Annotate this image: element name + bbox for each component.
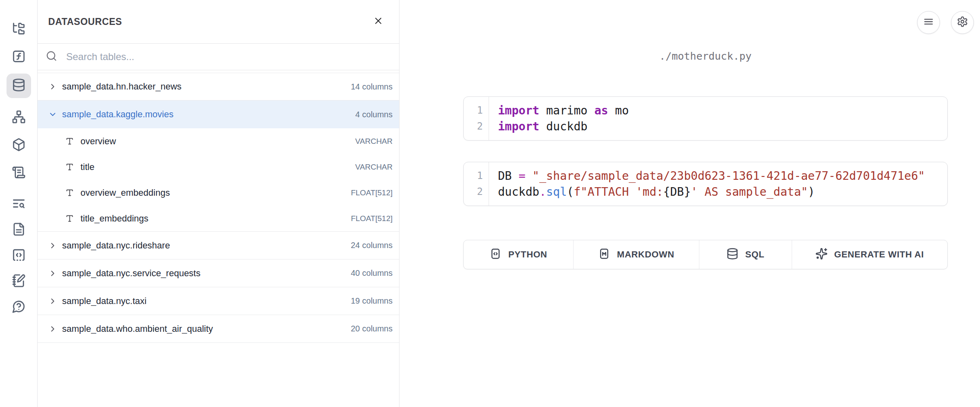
add-markdown-label: MARKDOWN (617, 249, 674, 260)
line-number: 2 (464, 184, 483, 200)
chevron-down-icon (48, 110, 57, 119)
code-line: import duckdb (498, 119, 947, 134)
scroll-text-icon (12, 165, 26, 181)
sidebar-item-snippets[interactable] (11, 248, 26, 263)
table-list: sample_data.hn.hacker_news 14 columns sa… (38, 73, 399, 343)
column-type: FLOAT[512] (351, 214, 393, 223)
code-line: duckdb.sql(f"ATTACH 'md:{DB}' AS sample_… (498, 184, 947, 200)
activity-bar (0, 0, 38, 407)
table-name: sample_data.hn.hacker_news (62, 81, 351, 92)
message-question-icon (12, 300, 26, 315)
column-name: title (80, 162, 355, 172)
code-line: import marimo as mo (498, 103, 947, 119)
sidebar-item-file-explorer[interactable] (11, 22, 26, 37)
table-column-count: 14 columns (351, 82, 393, 92)
chevron-right-icon (48, 241, 57, 250)
sidebar-item-packages[interactable] (11, 138, 26, 153)
code-editor[interactable]: DB = "_share/sample_data/23b0d623-1361-4… (489, 162, 947, 206)
add-python-label: PYTHON (508, 249, 547, 260)
sidebar-item-logs[interactable] (11, 166, 26, 181)
column-name: title_embeddings (80, 213, 351, 224)
text-search-icon (12, 197, 26, 212)
sidebar-item-datasources[interactable] (7, 74, 31, 98)
table-columns-group: overview VARCHAR title VARCHAR overview_… (38, 128, 399, 232)
sparkles-icon (815, 248, 828, 262)
code-line: DB = "_share/sample_data/23b0d623-1361-4… (498, 168, 947, 184)
column-name: overview (80, 136, 355, 147)
database-icon (12, 78, 26, 94)
line-number: 1 (464, 103, 483, 119)
table-name: sample_data.nyc.service_requests (62, 268, 351, 279)
table-name: sample_data.kaggle.movies (62, 109, 355, 120)
table-column-count: 4 columns (355, 110, 393, 119)
file-tree-icon (12, 22, 26, 37)
table-row[interactable]: sample_data.nyc.taxi 19 columns (38, 287, 399, 315)
gear-icon (957, 16, 968, 29)
chevron-right-icon (48, 324, 57, 333)
table-name: sample_data.nyc.taxi (62, 296, 351, 306)
code-cell[interactable]: 1 2 import marimo as mo import duckdb (463, 96, 948, 141)
close-panel-button[interactable] (372, 16, 384, 28)
table-row[interactable]: sample_data.nyc.rideshare 24 columns (38, 232, 399, 259)
table-column-count: 20 columns (351, 324, 393, 333)
sidebar-item-notebook[interactable] (11, 274, 26, 289)
markdown-square-icon (598, 248, 610, 262)
add-sql-label: SQL (745, 249, 764, 260)
file-text-icon (12, 222, 26, 238)
close-icon (373, 16, 384, 28)
table-column-count: 24 columns (351, 241, 393, 250)
search-tables-input[interactable] (66, 51, 391, 63)
column-row[interactable]: title_embeddings FLOAT[512] (38, 206, 399, 231)
line-number-gutter: 1 2 (464, 162, 489, 206)
settings-button[interactable] (951, 11, 974, 34)
notebook-menu-button[interactable] (917, 11, 940, 34)
column-row[interactable]: overview_embeddings FLOAT[512] (38, 180, 399, 206)
notebook-filename[interactable]: ./motherduck.py (463, 50, 948, 63)
search-icon (46, 50, 57, 63)
chevron-right-icon (48, 82, 57, 91)
column-row[interactable]: title VARCHAR (38, 154, 399, 180)
line-number-gutter: 1 2 (464, 97, 489, 140)
table-column-count: 19 columns (351, 296, 393, 306)
add-sql-cell-button[interactable]: SQL (699, 240, 792, 269)
sidebar-item-documentation[interactable] (11, 223, 26, 237)
top-actions (917, 11, 974, 34)
column-row[interactable]: overview VARCHAR (38, 128, 399, 154)
chevron-right-icon (48, 269, 57, 278)
table-name: sample_data.nyc.rideshare (62, 240, 351, 251)
network-icon (12, 110, 26, 125)
add-python-cell-button[interactable]: PYTHON (464, 240, 574, 269)
sidebar-item-helper-functions[interactable] (11, 50, 26, 65)
code-snippet-icon (12, 248, 26, 264)
function-square-icon (12, 49, 26, 65)
code-cell[interactable]: 1 2 DB = "_share/sample_data/23b0d623-13… (463, 162, 948, 206)
table-row[interactable]: sample_data.who.ambient_air_quality 20 c… (38, 315, 399, 343)
text-type-icon (65, 163, 74, 171)
panel-title: DATASOURCES (48, 16, 122, 27)
table-row[interactable]: sample_data.nyc.service_requests 40 colu… (38, 259, 399, 287)
notebook-column: ./motherduck.py 1 2 import marimo as mo … (463, 50, 948, 269)
column-type: VARCHAR (355, 163, 393, 172)
add-markdown-cell-button[interactable]: MARKDOWN (574, 240, 699, 269)
notebook-pen-icon (12, 274, 26, 289)
table-row-selected[interactable]: sample_data.kaggle.movies 4 columns (38, 101, 399, 128)
column-name: overview_embeddings (80, 188, 351, 198)
line-number: 1 (464, 168, 483, 184)
chevron-right-icon (48, 297, 57, 306)
python-code-square-icon (489, 248, 502, 262)
add-cell-bar: PYTHON MARKDOWN SQL GENERATE WITH AI (463, 240, 948, 269)
generate-with-ai-button[interactable]: GENERATE WITH AI (792, 240, 947, 269)
database-icon (726, 248, 739, 262)
panel-header: DATASOURCES (38, 0, 399, 44)
sidebar-item-help[interactable] (11, 300, 26, 315)
sidebar-item-scratchpad[interactable] (11, 197, 26, 212)
sidebar-item-dependency-graph[interactable] (11, 110, 26, 125)
notebook-area: ./motherduck.py 1 2 import marimo as mo … (400, 0, 980, 407)
marimo-app: DATASOURCES sample_data.hn.hacker_news 1… (0, 0, 980, 407)
table-row[interactable]: sample_data.hn.hacker_news 14 columns (38, 73, 399, 101)
text-type-icon (65, 137, 74, 145)
code-editor[interactable]: import marimo as mo import duckdb (489, 97, 947, 140)
search-bar (38, 44, 399, 70)
package-box-icon (12, 138, 26, 153)
text-type-icon (65, 188, 74, 197)
